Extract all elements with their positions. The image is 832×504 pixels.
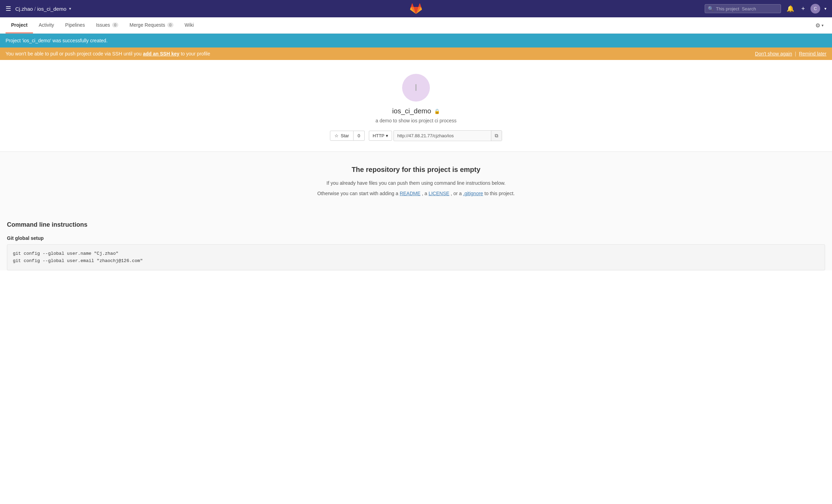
cli-section: Command line instructions Git global set… — [0, 214, 832, 271]
merge-requests-badge: 0 — [167, 23, 173, 27]
project-actions: ☆ Star 0 HTTP ▾ ⧉ — [330, 130, 502, 141]
tab-activity[interactable]: Activity — [33, 17, 59, 33]
issues-badge: 0 — [112, 23, 118, 27]
code-line-2: git config --global user.email "zhaochj@… — [13, 258, 819, 265]
tab-pipelines[interactable]: Pipelines — [60, 17, 91, 33]
breadcrumb-user[interactable]: Cj.zhao — [15, 6, 33, 12]
tab-merge-requests[interactable]: Merge Requests 0 — [124, 17, 179, 33]
tab-project-label: Project — [11, 22, 27, 28]
repo-empty-para1: If you already have files you can push t… — [7, 179, 825, 187]
search-input[interactable] — [716, 6, 778, 11]
search-box[interactable]: 🔍 — [705, 4, 781, 13]
para2-after: to this project. — [484, 191, 515, 196]
app-header: ☰ Cj.zhao / ios_ci_demo ▾ 🔍 🔔 + C ▾ — [0, 0, 832, 17]
tab-wiki-label: Wiki — [185, 22, 194, 28]
star-label: Star — [341, 133, 349, 138]
git-global-setup: Git global setup git config --global use… — [7, 235, 825, 271]
success-banner-text: Project 'ios_ci_demo' was successfully c… — [6, 38, 108, 43]
notifications-button[interactable]: 🔔 — [785, 3, 796, 14]
readme-link[interactable]: README — [400, 191, 421, 196]
cli-heading: Command line instructions — [7, 221, 825, 228]
project-avatar-letter: I — [415, 82, 417, 93]
header-right: 🔍 🔔 + C ▾ — [705, 3, 826, 14]
http-dropdown[interactable]: HTTP ▾ — [369, 131, 392, 141]
http-label: HTTP — [373, 133, 384, 138]
star-count: 0 — [354, 131, 365, 141]
tab-merge-requests-label: Merge Requests — [129, 22, 165, 28]
code-block-global-setup: git config --global user.name "Cj.zhao" … — [7, 244, 825, 271]
avatar[interactable]: C — [810, 4, 820, 14]
tab-activity-label: Activity — [39, 22, 54, 28]
repo-empty-heading: The repository for this project is empty — [7, 166, 825, 174]
code-line-1: git config --global user.name "Cj.zhao" — [13, 250, 819, 258]
banner-separator: | — [795, 51, 796, 57]
repo-empty-section: The repository for this project is empty… — [0, 151, 832, 214]
gitignore-link[interactable]: .gitignore — [463, 191, 483, 196]
avatar-chevron-icon[interactable]: ▾ — [824, 6, 826, 11]
avatar-label: C — [814, 6, 817, 11]
hamburger-icon[interactable]: ☰ — [6, 5, 11, 12]
tab-issues-label: Issues — [96, 22, 110, 28]
para2-mid2: , or a — [451, 191, 463, 196]
clone-url-input[interactable] — [394, 131, 491, 140]
add-ssh-key-link[interactable]: add an SSH key — [143, 51, 179, 57]
success-banner: Project 'ios_ci_demo' was successfully c… — [0, 34, 832, 47]
breadcrumb: Cj.zhao / ios_ci_demo ▾ — [15, 6, 71, 12]
breadcrumb-project[interactable]: ios_ci_demo — [37, 6, 66, 12]
git-global-setup-heading: Git global setup — [7, 235, 825, 241]
star-button[interactable]: ☆ Star — [330, 131, 354, 141]
repo-empty-para2: Otherwise you can start with adding a RE… — [7, 190, 825, 197]
project-title: ios_ci_demo 🔒 — [392, 107, 440, 115]
warning-banner-actions: Don't show again | Remind later — [755, 51, 826, 57]
copy-url-button[interactable]: ⧉ — [491, 131, 502, 141]
new-item-button[interactable]: + — [800, 4, 806, 14]
lock-icon: 🔒 — [434, 108, 440, 114]
tab-issues[interactable]: Issues 0 — [91, 17, 124, 33]
http-chevron-icon: ▾ — [386, 133, 388, 138]
warning-text-before: You won't be able to pull or push projec… — [6, 51, 143, 57]
nav-tabs: Project Activity Pipelines Issues 0 Merg… — [0, 17, 832, 34]
tab-pipelines-label: Pipelines — [65, 22, 85, 28]
para2-mid1: , a — [422, 191, 428, 196]
search-icon: 🔍 — [708, 6, 714, 11]
clone-url-field: ⧉ — [393, 130, 502, 141]
breadcrumb-separator: / — [34, 6, 36, 12]
tab-project[interactable]: Project — [6, 17, 33, 33]
gear-icon: ⚙ — [815, 22, 820, 29]
warning-text-after: to your profile — [181, 51, 210, 57]
project-hero: I ios_ci_demo 🔒 a demo to show ios proje… — [0, 60, 832, 151]
main-content: I ios_ci_demo 🔒 a demo to show ios proje… — [0, 60, 832, 270]
dont-show-again-link[interactable]: Don't show again — [755, 51, 792, 57]
settings-button[interactable]: ⚙ ▾ — [813, 19, 826, 32]
star-icon: ☆ — [334, 133, 339, 138]
breadcrumb-chevron-icon[interactable]: ▾ — [69, 6, 71, 11]
warning-banner-main: You won't be able to pull or push projec… — [6, 51, 210, 57]
settings-chevron-icon: ▾ — [822, 23, 824, 28]
remind-later-link[interactable]: Remind later — [799, 51, 826, 57]
para2-before: Otherwise you can start with adding a — [317, 191, 400, 196]
warning-banner: You won't be able to pull or push projec… — [0, 47, 832, 60]
license-link[interactable]: LICENSE — [428, 191, 449, 196]
project-name: ios_ci_demo — [392, 107, 431, 115]
project-avatar: I — [402, 74, 430, 102]
tab-wiki[interactable]: Wiki — [179, 17, 199, 33]
gitlab-logo[interactable] — [410, 2, 422, 16]
project-description: a demo to show ios project ci process — [375, 118, 456, 123]
